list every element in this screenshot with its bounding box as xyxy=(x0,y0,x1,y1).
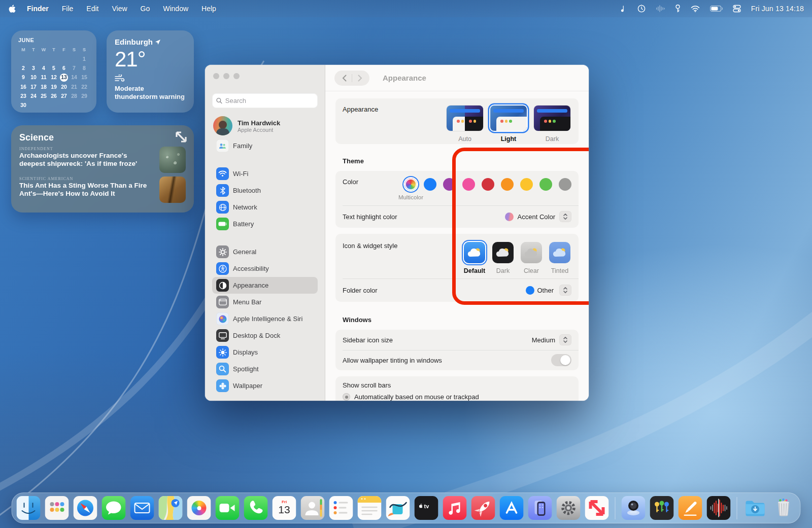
dock-app-store[interactable] xyxy=(500,496,524,520)
sidebar-item-appearance[interactable]: Appearance xyxy=(212,277,318,294)
dock-mail[interactable] xyxy=(130,496,154,520)
dock-news[interactable] xyxy=(585,496,609,520)
weather-widget[interactable]: Edinburgh 21° Moderate thunderstorm warn… xyxy=(107,30,194,113)
sidebar-item-battery[interactable]: Battery xyxy=(212,216,318,232)
control-center-icon[interactable] xyxy=(733,5,741,13)
zoom-button[interactable] xyxy=(233,73,240,79)
text-highlight-stepper[interactable] xyxy=(559,211,571,222)
sidebar-item-menu-bar[interactable]: Menu Bar xyxy=(212,294,318,310)
search-input[interactable] xyxy=(225,97,314,104)
theme-color-multicolor[interactable]: Multicolor xyxy=(404,178,417,200)
music-note-icon[interactable] xyxy=(621,5,627,13)
sidebar-item-label: Desktop & Dock xyxy=(233,332,280,339)
sidebar-search[interactable] xyxy=(212,93,318,108)
theme-color-blue[interactable] xyxy=(424,178,436,191)
menu-item-window[interactable]: Window xyxy=(163,5,188,13)
theme-color-purple[interactable] xyxy=(443,178,456,191)
sidebar-item-family[interactable]: Family xyxy=(212,137,318,154)
back-button[interactable] xyxy=(337,72,351,84)
folder-color-stepper[interactable] xyxy=(559,285,571,296)
dock-launchpad[interactable] xyxy=(45,496,69,520)
menu-bar-clock[interactable]: Fri Jun 13 14:18 xyxy=(751,5,804,13)
minimize-button[interactable] xyxy=(223,73,229,79)
sidebar-item-apple-intelligence-siri[interactable]: Apple Intelligence & Siri xyxy=(212,310,318,327)
sidebar-icon-size-stepper[interactable] xyxy=(559,334,571,345)
calendar-day: 21 xyxy=(69,83,79,91)
theme-color-red[interactable] xyxy=(482,178,494,191)
sidebar-item-network[interactable]: Network xyxy=(212,199,318,216)
theme-color-yellow[interactable] xyxy=(520,178,533,191)
appearance-option-dark[interactable]: Dark xyxy=(534,105,570,143)
dock-trash[interactable] xyxy=(772,496,796,520)
dock-tv[interactable]: tv xyxy=(415,496,438,520)
spotlight-icon xyxy=(216,363,229,375)
wallpaper-tinting-toggle[interactable] xyxy=(551,354,571,366)
battery-icon[interactable] xyxy=(710,6,723,12)
icon-style-tinted[interactable]: Tinted xyxy=(548,242,571,274)
sidebar-item-wi-fi[interactable]: Wi-Fi xyxy=(212,165,318,182)
theme-color-pink[interactable] xyxy=(462,178,475,191)
dock-freeform[interactable] xyxy=(386,496,410,520)
forward-button[interactable] xyxy=(353,72,366,84)
dock-preview[interactable] xyxy=(622,496,646,520)
dock-rocket[interactable] xyxy=(471,496,495,520)
dock-passwords[interactable] xyxy=(650,496,674,520)
news-story[interactable]: INDEPENDENT Archaeologists uncover Franc… xyxy=(19,147,186,173)
dock-iphone-mirroring[interactable] xyxy=(528,496,552,520)
sidebar-item-accessibility[interactable]: Accessibility xyxy=(212,260,318,277)
dock-pages[interactable] xyxy=(679,496,702,520)
dock-finder[interactable] xyxy=(17,496,41,520)
dock-reminders[interactable] xyxy=(329,496,353,520)
sidebar-item-displays[interactable]: Displays xyxy=(212,344,318,361)
dock-downloads[interactable] xyxy=(743,496,767,520)
theme-color-orange[interactable] xyxy=(501,178,514,191)
calendar-day: 4 xyxy=(39,64,49,72)
dock-system-settings[interactable] xyxy=(557,496,581,520)
theme-color-graphite[interactable] xyxy=(559,178,571,191)
icon-style-default[interactable]: Default xyxy=(463,242,486,274)
icon-style-dark[interactable]: Dark xyxy=(491,242,515,274)
key-icon[interactable] xyxy=(675,5,681,13)
news-widget[interactable]: Science INDEPENDENT Archaeologists uncov… xyxy=(11,125,194,213)
sidebar-item-bluetooth[interactable]: Bluetooth xyxy=(212,182,318,199)
calendar-month: JUNE xyxy=(18,37,89,43)
dock-facetime[interactable] xyxy=(216,496,240,520)
dock-contacts[interactable] xyxy=(301,496,325,520)
dock-music[interactable] xyxy=(443,496,467,520)
dock-maps[interactable] xyxy=(159,496,183,520)
appearance-option-auto[interactable]: Auto xyxy=(447,105,483,143)
clock-icon[interactable] xyxy=(637,5,646,13)
gear-icon xyxy=(216,245,229,258)
sidebar-item-wallpaper[interactable]: Wallpaper xyxy=(212,377,318,394)
calendar-widget[interactable]: JUNE MTWTFSS1234567891011121314151617181… xyxy=(11,30,96,113)
weather-style-tile xyxy=(492,242,514,263)
dock-notes[interactable] xyxy=(358,496,382,520)
dock-safari[interactable] xyxy=(74,496,97,520)
dock-photos[interactable] xyxy=(187,496,211,520)
dock-phone[interactable] xyxy=(244,496,268,520)
dock-calendar[interactable]: Fri13 xyxy=(273,496,296,520)
calendar-day: 25 xyxy=(39,92,49,100)
dock-voice-memos[interactable] xyxy=(707,496,731,520)
news-story[interactable]: SCIENTIFIC AMERICAN This Ant Has a Sting… xyxy=(19,177,186,203)
appearance-option-light[interactable]: Light xyxy=(490,105,527,143)
calendar-day: 24 xyxy=(28,92,39,100)
menu-item-finder[interactable]: Finder xyxy=(27,5,49,13)
sidebar-item-desktop-dock[interactable]: Desktop & Dock xyxy=(212,327,318,344)
theme-color-green[interactable] xyxy=(539,178,552,191)
menu-item-view[interactable]: View xyxy=(112,5,127,13)
menu-item-go[interactable]: Go xyxy=(141,5,150,13)
sidebar-item-spotlight[interactable]: Spotlight xyxy=(212,361,318,377)
apple-menu-icon[interactable] xyxy=(8,5,16,13)
icon-style-clear[interactable]: Clear xyxy=(520,242,543,274)
waveform-icon[interactable] xyxy=(656,5,665,12)
dock-messages[interactable] xyxy=(102,496,126,520)
close-button[interactable] xyxy=(213,73,219,79)
menu-item-edit[interactable]: Edit xyxy=(86,5,98,13)
sidebar-item-general[interactable]: General xyxy=(212,243,318,260)
menu-item-file[interactable]: File xyxy=(62,5,74,13)
scrollbars-radio-auto[interactable] xyxy=(343,393,350,401)
wifi-icon[interactable] xyxy=(691,6,700,12)
menu-item-help[interactable]: Help xyxy=(201,5,216,13)
apple-account-item[interactable]: Tim Hardwick Apple Account xyxy=(213,116,317,135)
